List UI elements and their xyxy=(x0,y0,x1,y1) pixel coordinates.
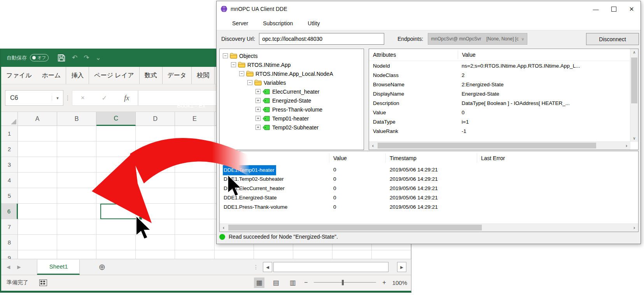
cell[interactable] xyxy=(136,157,175,173)
row-header-3[interactable]: 3 xyxy=(1,157,18,173)
tree-node-energized-state[interactable]: +Energized-State xyxy=(220,96,364,105)
zoom-out-icon[interactable]: − xyxy=(304,279,308,286)
name-box[interactable]: C6 ▾ xyxy=(5,90,63,106)
dde-table-horizontal-scrollbar[interactable]: ‹ › xyxy=(220,223,638,232)
cell[interactable] xyxy=(96,141,136,157)
cell[interactable] xyxy=(136,219,175,235)
endpoints-combo[interactable]: mnOpcSvr@ mnOpcSvr [None, None] [opc.tcp… xyxy=(428,33,527,45)
name-box-dropdown-icon[interactable]: ▾ xyxy=(52,96,63,101)
menu-server[interactable]: Server xyxy=(232,20,248,26)
formula-enter-icon[interactable]: ✓ xyxy=(102,94,107,102)
ribbon-tab-5[interactable]: 数式 xyxy=(139,67,162,84)
sheet-nav-left-icon[interactable]: ◀ xyxy=(7,264,10,270)
column-header-E[interactable]: E xyxy=(175,112,214,126)
collapse-icon[interactable]: − xyxy=(231,62,236,67)
attribute-row-nodeclass[interactable]: NodeClass2 xyxy=(369,70,638,80)
tree-node-variables[interactable]: −Variables xyxy=(220,78,364,87)
page-break-view-icon[interactable]: ▥ xyxy=(287,278,298,288)
row-header-1[interactable]: 1 xyxy=(1,126,18,141)
sheet-tab-sheet1[interactable]: Sheet1 xyxy=(37,260,80,275)
menu-subscription[interactable]: Subscription xyxy=(263,20,293,26)
autosave-toggle[interactable]: オフ xyxy=(30,54,49,61)
scroll-right-button[interactable]: ▶ xyxy=(397,262,406,272)
customize-qat-icon[interactable]: ⌄ xyxy=(96,54,101,62)
cell[interactable] xyxy=(57,173,96,188)
cell[interactable] xyxy=(96,188,136,204)
horizontal-scroll-thumb[interactable] xyxy=(378,143,596,148)
ribbon-tab-4[interactable]: ページ レイア xyxy=(89,67,139,84)
collapse-icon[interactable]: − xyxy=(223,53,228,58)
tree-node-rtos-intime-app-local-nodea[interactable]: −RTOS.INtime.App_Local.NodeA xyxy=(220,69,364,78)
column-header-B[interactable]: B xyxy=(57,112,96,126)
zoom-in-icon[interactable]: + xyxy=(382,279,386,286)
tree-node-press-thank-volume[interactable]: +Press-Thank-volume xyxy=(220,105,364,114)
cell[interactable] xyxy=(18,204,57,219)
cell[interactable] xyxy=(293,250,332,259)
scroll-right-icon[interactable]: › xyxy=(630,224,638,232)
scroll-up-icon[interactable]: ∧ xyxy=(630,49,638,56)
tree-node-eleccurrent-heater[interactable]: +ElecCurrent_heater xyxy=(220,87,364,96)
attributes-panel[interactable]: Attributes Value NodeIdns=2;s=0:RTOS.INt… xyxy=(369,49,639,150)
attribute-row-browsename[interactable]: BrowseName2:Energized-State xyxy=(369,80,638,89)
value-column-header[interactable]: Value xyxy=(329,154,386,163)
row-header-4[interactable]: 4 xyxy=(1,173,18,188)
cell[interactable] xyxy=(372,250,411,259)
cell[interactable] xyxy=(175,173,214,188)
scroll-right-icon[interactable]: › xyxy=(623,142,630,150)
zoom-level[interactable]: 100% xyxy=(392,279,407,286)
last-error-column-header[interactable]: Last Error xyxy=(477,154,505,163)
dde-row-dde1-eleccurrent-heater[interactable]: DDE1.ElecCurrent_heater02019/05/06 14:29… xyxy=(220,184,638,193)
attribute-row-description[interactable]: DescriptionDataType[ Boolean ] - IOAddre… xyxy=(369,98,638,108)
expand-icon[interactable]: + xyxy=(256,116,261,121)
column-header-C[interactable]: C xyxy=(96,112,136,126)
cell[interactable] xyxy=(57,141,96,157)
cell[interactable] xyxy=(18,219,57,235)
menu-utlity[interactable]: Utlity xyxy=(308,20,320,26)
collapse-icon[interactable]: − xyxy=(239,71,244,76)
cell[interactable] xyxy=(136,141,175,157)
scroll-left-icon[interactable]: ‹ xyxy=(369,142,377,150)
vertical-scroll-thumb[interactable] xyxy=(631,58,637,103)
attribute-row-datatype[interactable]: DataTypei=1 xyxy=(369,117,638,126)
row-header-8[interactable]: 8 xyxy=(1,235,18,250)
expand-icon[interactable]: + xyxy=(256,125,261,130)
column-header-A[interactable]: A xyxy=(18,112,57,126)
attributes-vertical-scrollbar[interactable]: ∧ ∨ xyxy=(630,49,638,142)
minimize-icon[interactable]: — xyxy=(587,1,605,17)
ribbon-tab-6[interactable]: データ xyxy=(162,67,192,84)
cell[interactable] xyxy=(57,250,96,259)
disconnect-button[interactable]: Disconnect xyxy=(586,33,639,45)
column-header-D[interactable]: D xyxy=(136,112,175,126)
cell[interactable] xyxy=(175,219,214,235)
dde-row-dde1-press-thank-volume[interactable]: DDE1.Press-Thank-volume02019/05/06 14:29… xyxy=(220,202,638,212)
scroll-thumb[interactable] xyxy=(273,262,388,272)
redo-icon[interactable]: ↷ xyxy=(84,54,89,62)
tree-node-objects[interactable]: −Objects xyxy=(220,51,364,60)
scroll-track[interactable] xyxy=(390,262,396,272)
cell[interactable] xyxy=(332,250,372,259)
cell[interactable] xyxy=(18,235,57,250)
scroll-down-icon[interactable]: ∨ xyxy=(630,135,638,142)
cell[interactable] xyxy=(96,126,136,141)
zoom-slider-thumb[interactable] xyxy=(342,280,344,285)
dde-row-dde1-energized-state[interactable]: DDE1.Energized-State02019/05/06 14:29:21 xyxy=(220,193,638,202)
cell[interactable] xyxy=(175,126,214,141)
cell[interactable] xyxy=(18,188,57,204)
ddeid-column-header[interactable]: DdeId xyxy=(220,154,329,163)
cell[interactable] xyxy=(136,126,175,141)
scroll-left-icon[interactable]: ‹ xyxy=(220,224,228,232)
cell[interactable] xyxy=(96,219,136,235)
endpoints-dropdown-icon[interactable]: ∨ xyxy=(518,37,527,42)
cell[interactable] xyxy=(96,250,136,259)
collapse-icon[interactable]: − xyxy=(247,80,252,85)
cell[interactable] xyxy=(175,235,214,250)
horizontal-scroll-thumb[interactable] xyxy=(228,225,482,230)
expand-icon[interactable]: + xyxy=(256,107,261,112)
page-layout-view-icon[interactable]: ▤ xyxy=(271,278,281,288)
cell[interactable] xyxy=(18,157,57,173)
dde-row-dde1-temp02-subheater[interactable]: DDE1.Temp02-Subheater02019/05/06 14:29:2… xyxy=(220,175,638,184)
expand-icon[interactable]: + xyxy=(256,89,261,94)
ribbon-tab-3[interactable]: 挿入 xyxy=(66,67,89,84)
save-icon[interactable] xyxy=(57,54,66,62)
selected-cell-c6[interactable] xyxy=(100,204,142,219)
